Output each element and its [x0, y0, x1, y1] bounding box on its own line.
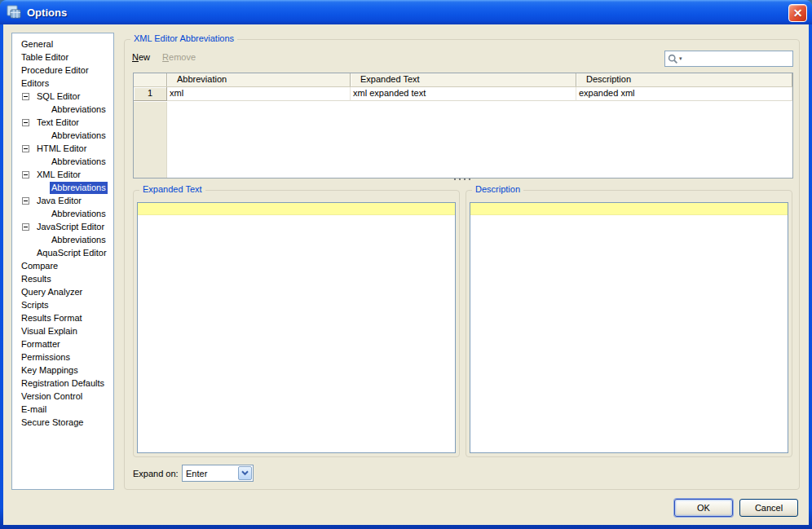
expanded-text-group: Expanded Text — [133, 190, 460, 457]
sidebar-item-general[interactable]: General — [12, 37, 113, 51]
sidebar-item-permissions[interactable]: Permissions — [12, 350, 113, 364]
sidebar-item-registration-defaults[interactable]: Registration Defaults — [12, 377, 113, 390]
sidebar-item-javascript-editor[interactable]: JavaScript Editor — [12, 220, 113, 233]
collapse-toggle-icon[interactable] — [22, 93, 29, 100]
remove-button[interactable]: Remove — [162, 52, 196, 62]
cell-abbreviation[interactable]: xml — [167, 87, 351, 101]
column-header-abbreviation[interactable]: Abbreviation — [167, 73, 351, 86]
chevron-down-icon — [241, 470, 249, 476]
sidebar-item-label: Editors — [20, 77, 51, 90]
titlebar[interactable]: Options ✕ — [0, 0, 812, 24]
row-gutter — [134, 102, 167, 178]
combobox-dropdown-button[interactable] — [238, 466, 252, 480]
sidebar-item-label: Text Editor — [35, 117, 81, 129]
expanded-text-group-title: Expanded Text — [139, 184, 205, 194]
collapse-toggle-icon[interactable] — [22, 119, 29, 126]
description-editor[interactable] — [470, 202, 788, 453]
dialog-client-area: GeneralTable EditorProcedure EditorEdito… — [3, 24, 809, 525]
sidebar-item-javascript-editor-abbreviations[interactable]: Abbreviations — [12, 233, 113, 246]
cell-description[interactable]: expanded xml — [576, 87, 792, 101]
search-filter-caret-icon[interactable]: ▾ — [679, 55, 682, 62]
expand-on-value: Enter — [183, 469, 237, 478]
sidebar-item-results[interactable]: Results — [12, 272, 113, 285]
abbreviations-table[interactable]: AbbreviationExpanded TextDescription 1xm… — [133, 73, 793, 179]
sidebar-item-html-editor-abbreviations[interactable]: Abbreviations — [12, 155, 113, 168]
sidebar-item-key-mappings[interactable]: Key Mappings — [12, 364, 113, 377]
sidebar-item-formatter[interactable]: Formatter — [12, 337, 113, 350]
sidebar-item-sql-editor[interactable]: SQL Editor — [12, 90, 113, 103]
sidebar-item-procedure-editor[interactable]: Procedure Editor — [12, 64, 113, 77]
search-input[interactable] — [684, 52, 792, 65]
abbreviations-toolbar: New Remove — [132, 52, 205, 62]
sidebar-item-label: Abbreviations — [50, 104, 108, 116]
sidebar-item-label: Visual Explain — [20, 325, 79, 337]
expand-on-label: Expand on: — [133, 469, 179, 478]
close-button[interactable]: ✕ — [788, 4, 807, 22]
sidebar-item-label: Results Format — [20, 312, 84, 324]
magnifier-icon[interactable]: ▾ — [665, 54, 684, 64]
sidebar-item-label: Version Control — [20, 390, 84, 403]
collapse-toggle-icon[interactable] — [22, 145, 29, 152]
sidebar-item-label: Key Mappings — [20, 364, 80, 377]
sidebar-item-table-editor[interactable]: Table Editor — [12, 51, 113, 64]
sidebar-item-version-control[interactable]: Version Control — [12, 390, 113, 403]
close-icon: ✕ — [793, 7, 803, 19]
splitter-handle[interactable] — [125, 175, 799, 183]
table-row[interactable]: 1xmlxml expanded textexpanded xml — [134, 87, 792, 101]
table-header[interactable]: AbbreviationExpanded TextDescription — [134, 73, 792, 87]
app-icon — [6, 5, 22, 20]
sidebar-item-label: Abbreviations — [50, 130, 108, 142]
sidebar-item-label: SQL Editor — [35, 90, 82, 103]
current-line-highlight — [470, 203, 788, 215]
sidebar-item-xml-editor[interactable]: XML Editor — [12, 168, 113, 181]
cell-expanded-text[interactable]: xml expanded text — [351, 87, 576, 101]
search-box[interactable]: ▾ — [664, 51, 793, 67]
xml-editor-abbreviations-group: XML Editor Abbreviations New Remove ▾ Ab… — [124, 39, 800, 490]
sidebar-item-secure-storage[interactable]: Secure Storage — [12, 416, 113, 429]
sidebar-item-text-editor[interactable]: Text Editor — [12, 116, 113, 129]
sidebar-item-label: Procedure Editor — [20, 64, 90, 77]
sidebar-item-java-editor[interactable]: Java Editor — [12, 194, 113, 207]
ok-button[interactable]: OK — [674, 499, 733, 517]
sidebar-item-label: Scripts — [20, 299, 51, 311]
options-window: Options ✕ GeneralTable EditorProcedure E… — [0, 0, 812, 529]
collapse-toggle-icon[interactable] — [22, 197, 29, 205]
options-tree: GeneralTable EditorProcedure EditorEdito… — [11, 33, 114, 490]
collapse-toggle-icon[interactable] — [22, 171, 29, 179]
sidebar-item-java-editor-abbreviations[interactable]: Abbreviations — [12, 207, 113, 220]
sidebar-item-label: Abbreviations — [50, 156, 108, 168]
new-button[interactable]: New — [132, 52, 150, 62]
sidebar-item-aquascript-editor[interactable]: AquaScript Editor — [12, 246, 113, 259]
sidebar-item-scripts[interactable]: Scripts — [12, 298, 113, 311]
sidebar-item-label: Permissions — [20, 351, 72, 364]
sidebar-item-label: General — [20, 38, 55, 51]
sidebar-item-compare[interactable]: Compare — [12, 259, 113, 272]
expand-on-combobox[interactable]: Enter — [182, 465, 254, 482]
column-header-row-number[interactable] — [134, 73, 167, 86]
sidebar-item-html-editor[interactable]: HTML Editor — [12, 142, 113, 155]
sidebar-item-sql-editor-abbreviations[interactable]: Abbreviations — [12, 103, 113, 116]
sidebar-item-xml-editor-abbreviations[interactable]: Abbreviations — [12, 181, 113, 194]
description-group: Description — [466, 190, 792, 457]
row-number-cell[interactable]: 1 — [134, 87, 167, 101]
sidebar-item-label: HTML Editor — [35, 143, 88, 155]
current-line-highlight — [138, 203, 455, 215]
sidebar-item-query-analyzer[interactable]: Query Analyzer — [12, 285, 113, 298]
cancel-button[interactable]: Cancel — [739, 499, 798, 517]
collapse-toggle-icon[interactable] — [22, 223, 29, 231]
sidebar-item-label: Query Analyzer — [20, 286, 84, 298]
sidebar-item-label: E-mail — [20, 403, 48, 416]
sidebar-item-text-editor-abbreviations[interactable]: Abbreviations — [12, 129, 113, 142]
column-header-expanded-text[interactable]: Expanded Text — [351, 73, 576, 86]
sidebar-item-editors[interactable]: Editors — [12, 77, 113, 90]
sidebar-item-label: Results — [20, 273, 53, 285]
expanded-text-editor[interactable] — [137, 202, 456, 453]
sidebar-item-label: Formatter — [20, 338, 62, 350]
group-title: XML Editor Abbreviations — [130, 33, 237, 43]
sidebar-item-results-format[interactable]: Results Format — [12, 311, 113, 324]
sidebar-item-e-mail[interactable]: E-mail — [12, 403, 113, 416]
sidebar-item-label: XML Editor — [35, 169, 82, 181]
sidebar-item-label: Abbreviations — [50, 208, 108, 220]
column-header-description[interactable]: Description — [576, 73, 792, 86]
sidebar-item-visual-explain[interactable]: Visual Explain — [12, 324, 113, 337]
